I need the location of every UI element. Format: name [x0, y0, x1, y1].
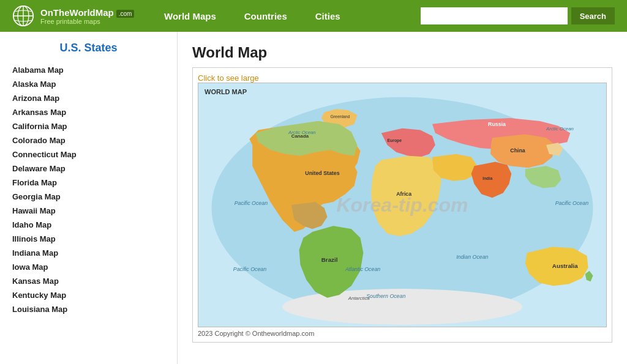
sidebar-link[interactable]: California Map	[12, 119, 165, 133]
sidebar-title: U.S. States	[12, 42, 165, 54]
search-area: Search	[421, 7, 615, 24]
search-input[interactable]	[421, 7, 568, 24]
svg-text:Europe: Europe	[388, 138, 402, 143]
sidebar-link[interactable]: Georgia Map	[12, 190, 165, 204]
sidebar-link[interactable]: Iowa Map	[12, 260, 165, 274]
svg-text:Indian Ocean: Indian Ocean	[456, 254, 488, 260]
sidebar-link[interactable]: Louisiana Map	[12, 302, 165, 316]
nav-cities[interactable]: Cities	[304, 7, 351, 25]
svg-text:Africa: Africa	[396, 191, 411, 197]
header: OnTheWorldMap.com Free printable maps Wo…	[0, 0, 627, 32]
sidebar-link[interactable]: Illinois Map	[12, 232, 165, 246]
sidebar-link[interactable]: Delaware Map	[12, 162, 165, 176]
svg-text:India: India	[482, 176, 492, 180]
svg-text:Arctic Ocean: Arctic Ocean	[546, 126, 574, 132]
logo-subtitle: Free printable maps	[40, 18, 134, 25]
click-to-large-link[interactable]: Click to see large	[198, 73, 259, 83]
sidebar-link[interactable]: Alabama Map	[12, 63, 165, 77]
svg-text:Russia: Russia	[488, 121, 506, 127]
logo-com-badge: .com	[116, 10, 135, 18]
sidebar-link[interactable]: Connecticut Map	[12, 147, 165, 162]
svg-text:Pacific Ocean: Pacific Ocean	[235, 200, 268, 206]
svg-text:Brazil: Brazil	[321, 256, 338, 263]
map-copyright: 2023 Copyright © Ontheworldmap.com	[198, 330, 607, 337]
sidebar-link[interactable]: Florida Map	[12, 176, 165, 190]
page-title: World Map	[192, 44, 612, 61]
sidebar-link[interactable]: Hawaii Map	[12, 204, 165, 218]
sidebar: U.S. States Alabama MapAlaska MapArizona…	[0, 32, 178, 364]
sidebar-link[interactable]: Indiana Map	[12, 246, 165, 260]
sidebar-link[interactable]: Kansas Map	[12, 274, 165, 288]
world-map-svg: Pacific Ocean Pacific Ocean Atlantic Oce…	[198, 83, 606, 327]
sidebar-link[interactable]: Arizona Map	[12, 91, 165, 105]
map-image-area[interactable]: WORLD MAP Korea-tip.com	[198, 83, 607, 327]
svg-text:Pacific Ocean: Pacific Ocean	[555, 200, 588, 206]
globe-icon	[12, 5, 34, 27]
svg-text:Greenland: Greenland	[330, 114, 350, 119]
svg-text:Southern Ocean: Southern Ocean	[366, 293, 405, 299]
content-area: World Map Click to see large WORLD MAP K…	[178, 32, 627, 364]
map-inner-label: WORLD MAP	[205, 88, 247, 95]
logo-title-text: OnTheWorldMap	[40, 7, 114, 18]
logo-title: OnTheWorldMap.com	[40, 7, 134, 18]
logo-area: OnTheWorldMap.com Free printable maps	[12, 5, 135, 27]
sidebar-link[interactable]: Idaho Map	[12, 218, 165, 232]
sidebar-links: Alabama MapAlaska MapArizona MapArkansas…	[12, 63, 165, 316]
nav-world-maps[interactable]: World Maps	[153, 7, 227, 25]
svg-text:Antarctica: Antarctica	[348, 295, 370, 301]
map-container: Click to see large WORLD MAP Korea-tip.c…	[192, 67, 612, 343]
svg-text:United States: United States	[305, 170, 339, 176]
nav-countries[interactable]: Countries	[233, 7, 298, 25]
main-layout: U.S. States Alabama MapAlaska MapArizona…	[0, 32, 627, 364]
svg-text:Canada: Canada	[291, 133, 309, 139]
sidebar-link[interactable]: Arkansas Map	[12, 105, 165, 119]
sidebar-link[interactable]: Alaska Map	[12, 77, 165, 91]
sidebar-link[interactable]: Colorado Map	[12, 133, 165, 147]
search-button[interactable]: Search	[571, 7, 615, 24]
sidebar-link[interactable]: Kentucky Map	[12, 288, 165, 302]
svg-text:China: China	[510, 147, 525, 154]
svg-text:Australia: Australia	[552, 262, 578, 269]
logo-text-block: OnTheWorldMap.com Free printable maps	[40, 7, 134, 25]
main-nav: World Maps Countries Cities	[153, 7, 402, 25]
svg-text:Atlantic Ocean: Atlantic Ocean	[345, 266, 380, 272]
svg-text:Pacific Ocean: Pacific Ocean	[233, 266, 266, 272]
